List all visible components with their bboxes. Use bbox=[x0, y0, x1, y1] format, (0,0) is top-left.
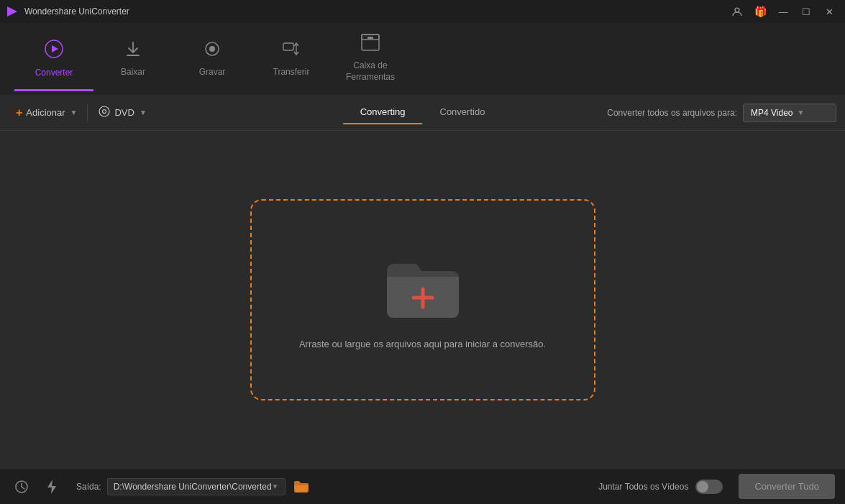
titlebar: Wondershare UniConverter 🎁 — ☐ ✕ bbox=[0, 0, 845, 23]
dvd-dropdown-icon[interactable]: ▼ bbox=[140, 109, 147, 116]
output-path-value: D:\Wondershare UniConverter\Converted bbox=[114, 482, 272, 492]
svg-point-6 bbox=[209, 46, 215, 52]
output-path-chevron-icon: ▼ bbox=[272, 482, 279, 490]
format-select-value: MP4 Video bbox=[751, 108, 793, 118]
svg-line-19 bbox=[22, 487, 24, 489]
nav-item-gravar[interactable]: Gravar bbox=[173, 27, 252, 91]
dvd-button[interactable]: DVD ▼ bbox=[91, 101, 153, 124]
dvd-label: DVD bbox=[114, 107, 134, 118]
gravar-nav-icon bbox=[203, 40, 221, 63]
plus-icon: + bbox=[16, 106, 22, 119]
titlebar-controls: 🎁 — ☐ ✕ bbox=[727, 4, 839, 19]
nav-label-converter: Converter bbox=[35, 68, 73, 78]
svg-marker-0 bbox=[7, 6, 17, 17]
join-toggle[interactable] bbox=[695, 480, 723, 494]
svg-point-14 bbox=[103, 110, 106, 114]
format-chevron-icon: ▼ bbox=[797, 109, 804, 116]
app-title: Wondershare UniConverter bbox=[24, 6, 129, 17]
dvd-icon bbox=[98, 105, 111, 120]
toolbar-divider-1 bbox=[87, 104, 88, 122]
svg-point-13 bbox=[99, 106, 109, 116]
add-label: Adicionar bbox=[26, 107, 65, 118]
format-select-dropdown[interactable]: MP4 Video ▼ bbox=[743, 104, 836, 122]
join-section: Juntar Todos os Vídeos bbox=[598, 480, 723, 494]
toggle-knob bbox=[697, 481, 708, 492]
clock-icon-btn[interactable] bbox=[10, 475, 33, 498]
navbar: Converter Baixar Gravar bbox=[0, 23, 845, 95]
nav-label-transferir: Transferir bbox=[273, 67, 310, 77]
nav-label-baixar: Baixar bbox=[121, 67, 145, 77]
output-section: Saída: D:\Wondershare UniConverter\Conve… bbox=[76, 477, 311, 497]
tab-converted[interactable]: Convertido bbox=[423, 101, 503, 124]
nav-label-gravar: Gravar bbox=[199, 67, 226, 77]
nav-item-caixa[interactable]: Caixa deFerramentas bbox=[331, 27, 410, 91]
converter-nav-icon bbox=[44, 39, 64, 63]
output-label: Saída: bbox=[76, 482, 101, 492]
svg-marker-3 bbox=[52, 45, 58, 52]
svg-rect-7 bbox=[283, 43, 293, 50]
minimize-button[interactable]: — bbox=[773, 4, 793, 19]
bottombar: Saída: D:\Wondershare UniConverter\Conve… bbox=[0, 468, 845, 504]
maximize-button[interactable]: ☐ bbox=[796, 4, 816, 19]
lightning-icon-btn[interactable] bbox=[40, 475, 63, 498]
close-button[interactable]: ✕ bbox=[819, 4, 839, 19]
main-content: Arraste ou largue os arquivos aqui para … bbox=[0, 131, 845, 468]
titlebar-left: Wondershare UniConverter bbox=[6, 5, 129, 18]
transferir-nav-icon bbox=[282, 40, 301, 63]
output-path-selector[interactable]: D:\Wondershare UniConverter\Converted ▼ bbox=[107, 478, 286, 495]
caixa-nav-icon bbox=[360, 33, 380, 56]
user-icon-btn[interactable] bbox=[727, 4, 747, 19]
tab-converting[interactable]: Converting bbox=[343, 101, 423, 124]
nav-item-transferir[interactable]: Transferir bbox=[252, 27, 331, 91]
join-label: Juntar Todos os Vídeos bbox=[598, 482, 688, 492]
dropzone-text: Arraste ou largue os arquivos aqui para … bbox=[299, 339, 546, 349]
nav-label-caixa: Caixa deFerramentas bbox=[346, 60, 395, 83]
add-dropdown-icon[interactable]: ▼ bbox=[70, 109, 78, 116]
nav-item-baixar[interactable]: Baixar bbox=[93, 27, 173, 91]
baixar-nav-icon bbox=[124, 40, 142, 63]
app-logo-icon bbox=[6, 5, 19, 18]
format-selector-label: Converter todos os arquivos para: bbox=[607, 108, 737, 118]
nav-item-converter[interactable]: Converter bbox=[14, 27, 93, 91]
open-folder-button[interactable] bbox=[291, 477, 311, 497]
format-selector: Converter todos os arquivos para: MP4 Vi… bbox=[607, 104, 836, 122]
folder-icon bbox=[380, 249, 466, 321]
svg-rect-12 bbox=[367, 37, 373, 39]
tab-group: Converting Convertido bbox=[343, 101, 503, 124]
svg-point-1 bbox=[735, 8, 739, 12]
gift-icon-btn[interactable]: 🎁 bbox=[750, 4, 770, 19]
toolbar: + Adicionar ▼ DVD ▼ Converting Convertid… bbox=[0, 95, 845, 131]
dropzone[interactable]: Arraste ou largue os arquivos aqui para … bbox=[250, 199, 595, 400]
convert-all-button[interactable]: Converter Tudo bbox=[739, 474, 835, 499]
add-button[interactable]: + Adicionar ▼ bbox=[9, 102, 84, 124]
